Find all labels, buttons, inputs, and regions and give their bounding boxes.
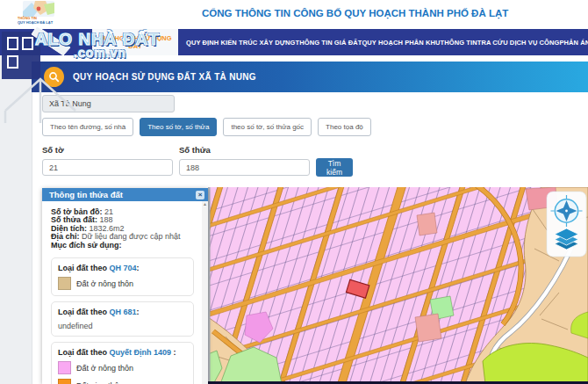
link-qh-681[interactable]: QH 681 bbox=[110, 308, 137, 316]
logo-caption: THÔNG TIN QUY HOẠCH ĐÀ LẠT bbox=[18, 17, 79, 25]
parcel-number-input[interactable] bbox=[179, 159, 310, 176]
salmon-parcel bbox=[415, 314, 441, 342]
parcel-info-title: Thông tin thửa đất bbox=[49, 190, 123, 199]
tab-theo-ten-duong[interactable]: Theo tên đường, số nhà bbox=[42, 118, 133, 136]
parcel-info-body: Số tờ bản đồ: 21 Số thửa đất: 188 Diện t… bbox=[42, 201, 202, 384]
nav-items: QUY ĐỊNH KIẾN TRÚC XÂY DỰNG THÔNG TIN GI… bbox=[186, 29, 583, 55]
land-entry: Đất ở nông thôn bbox=[58, 361, 187, 374]
land-entry: Đất giao thông bbox=[58, 379, 187, 384]
main-navbar: QUY HOẠCH SỬ DỤNG ĐẤT QUY ĐỊNH KIẾN TRÚC… bbox=[0, 29, 588, 55]
land-color-swatch bbox=[58, 277, 71, 290]
land-type-cards: Loại đất theo QH 704: Đất ở nông thôn Lo… bbox=[51, 257, 198, 384]
section-title: QUY HOẠCH SỬ DỤNG ĐẤT XÃ TÀ NUNG bbox=[73, 72, 256, 82]
search-mode-tabs: Theo tên đường, số nhà Theo số tờ, số th… bbox=[42, 118, 371, 134]
left-margin-strip bbox=[0, 55, 32, 384]
nav-item-thong-tin-gia-dat[interactable]: THÔNG TIN GIÁ ĐẤT bbox=[296, 39, 362, 47]
parcel-info-panel: Thông tin thửa đất × Số tờ bản đồ: 21 Số… bbox=[42, 188, 208, 384]
site-logo-icon bbox=[23, 1, 54, 17]
field-muc-dich: Mục đích sử dụng: bbox=[51, 242, 198, 250]
map-left-edge bbox=[208, 187, 211, 384]
map-controls bbox=[547, 192, 586, 257]
parcel-number-label: Số thửa bbox=[179, 145, 211, 155]
tab-theo-so-to-goc[interactable]: theo số tờ, số thửa gốc bbox=[223, 118, 312, 136]
cadastral-map-canvas[interactable] bbox=[208, 187, 588, 384]
planning-portal-page: THÔNG TIN QUY HOẠCH ĐÀ LẠT CỔNG THÔNG TI… bbox=[0, 0, 588, 384]
land-note: undefined bbox=[58, 322, 187, 330]
nav-item-quy-dinh-kien-truc[interactable]: QUY ĐỊNH KIẾN TRÚC XÂY DỰNG bbox=[186, 39, 296, 47]
search-button[interactable]: Tìm kiếm bbox=[316, 158, 353, 177]
nav-item-quy-hoach-su-dung-dat[interactable]: QUY HOẠCH SỬ DỤNG ĐẤT bbox=[92, 29, 178, 55]
section-title-bar: QUY HOẠCH SỬ DỤNG ĐẤT XÃ TÀ NUNG bbox=[32, 62, 588, 92]
nav-item-quy-hoach-phan-khu[interactable]: QUY HOẠCH PHÂN KHU bbox=[362, 39, 440, 47]
nav-item-phan-anh[interactable]: PHẢN ÁNH bbox=[559, 39, 588, 47]
nav-item-tra-cuu-dich-vu-cong[interactable]: TRA CỨU DỊCH VỤ CÔNG bbox=[477, 39, 560, 47]
commune-input[interactable] bbox=[42, 95, 175, 112]
land-card-qd1409: Loại đất theo Quyết Định 1409 : Đất ở nô… bbox=[51, 342, 194, 384]
land-card-qh681: Loại đất theo QH 681: undefined bbox=[51, 301, 194, 337]
link-qh-704[interactable]: QH 704 bbox=[110, 264, 137, 272]
land-card-qh704: Loại đất theo QH 704: Đất ở nông thôn bbox=[51, 257, 194, 296]
sheet-number-label: Số tờ bbox=[42, 145, 64, 155]
land-entry: Đất ở nông thôn bbox=[58, 277, 187, 290]
link-qd-1409[interactable]: Quyết Định 1409 bbox=[110, 348, 172, 357]
scroll-up-icon[interactable]: ▲ bbox=[202, 201, 208, 207]
top-header: THÔNG TIN QUY HOẠCH ĐÀ LẠT CỔNG THÔNG TI… bbox=[0, 0, 588, 29]
panel-scrollbar[interactable]: ▲ bbox=[202, 201, 208, 384]
close-icon[interactable]: × bbox=[196, 191, 204, 199]
page-title: CỔNG THÔNG TIN CÔNG BỐ QUY HOẠCH THÀNH P… bbox=[202, 8, 508, 18]
salmon-parcel-top bbox=[417, 213, 437, 235]
land-color-swatch bbox=[58, 379, 71, 384]
tab-theo-so-to-so-thua[interactable]: Theo số tờ, số thửa bbox=[140, 118, 217, 136]
parcel-info-header: Thông tin thửa đất × bbox=[42, 188, 208, 201]
nav-item-thong-tin[interactable]: THÔNG TIN bbox=[441, 39, 477, 47]
search-icon bbox=[44, 67, 64, 87]
tab-theo-toa-do[interactable]: Theo tọa độ bbox=[318, 118, 371, 136]
sheet-number-input[interactable] bbox=[42, 159, 173, 176]
land-color-swatch bbox=[58, 361, 71, 374]
